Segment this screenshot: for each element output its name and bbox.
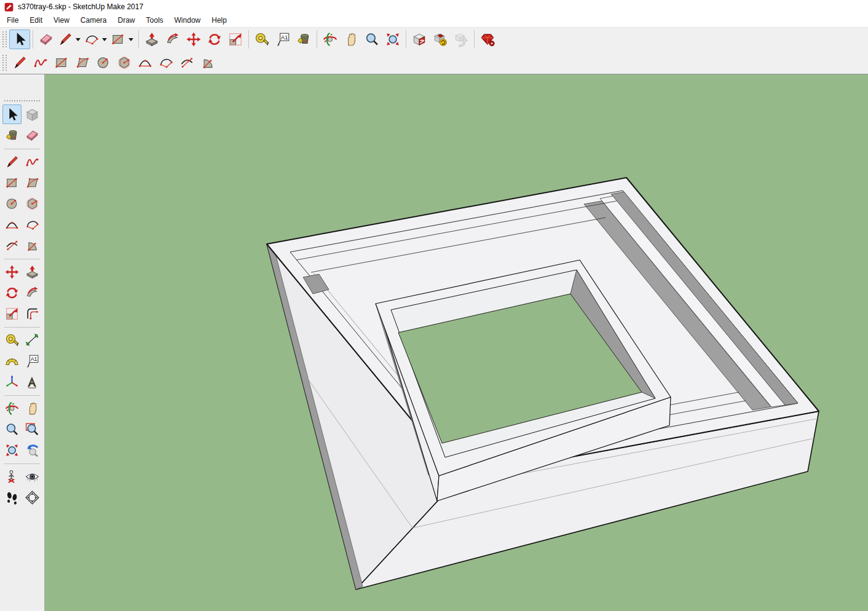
paint-bucket-button[interactable] <box>293 30 314 49</box>
line-button[interactable] <box>57 30 83 49</box>
extension-warehouse-button[interactable] <box>477 30 498 49</box>
zoom-window-button[interactable] <box>23 419 42 439</box>
line-button[interactable] <box>2 152 22 171</box>
palette-row <box>0 152 44 173</box>
menu-item-window[interactable]: Window <box>169 14 207 26</box>
zoom-extents-button[interactable] <box>382 30 403 49</box>
dimension-button[interactable] <box>23 330 42 350</box>
menu-item-file[interactable]: File <box>1 14 24 26</box>
rectangle-button[interactable] <box>109 30 136 49</box>
freehand-icon <box>25 154 40 170</box>
position-camera-button[interactable] <box>2 467 22 486</box>
2-point-arc-button[interactable] <box>156 53 176 73</box>
menu-item-edit[interactable]: Edit <box>24 14 48 26</box>
tray-model <box>45 74 868 611</box>
select-button[interactable] <box>2 104 22 124</box>
tape-measure-button[interactable] <box>2 330 22 350</box>
zoom-button[interactable] <box>361 30 382 49</box>
move-button[interactable] <box>183 30 204 49</box>
polygon-button[interactable] <box>114 53 135 73</box>
2-point-arc-button[interactable] <box>83 30 109 49</box>
protractor-button[interactable] <box>2 351 22 371</box>
arc-button[interactable] <box>2 215 22 234</box>
walk-button[interactable] <box>2 487 22 507</box>
pie-button[interactable] <box>23 235 42 255</box>
3-point-arc-button[interactable] <box>2 235 22 255</box>
rotated-rectangle-button[interactable] <box>72 53 93 73</box>
circle-button[interactable] <box>2 194 22 213</box>
toolbar-drag-handle[interactable] <box>2 55 7 71</box>
pan-button[interactable] <box>23 398 42 418</box>
line-button[interactable] <box>9 53 30 73</box>
scale-button[interactable] <box>2 304 22 323</box>
arc-button[interactable] <box>135 53 156 73</box>
menu-item-camera[interactable]: Camera <box>75 14 112 26</box>
pan-icon <box>25 401 40 416</box>
freehand-button[interactable] <box>30 53 51 73</box>
menu-item-help[interactable]: Help <box>206 14 232 26</box>
palette-drag-handle[interactable] <box>4 100 40 101</box>
palette-row <box>0 215 44 235</box>
scale-button[interactable] <box>225 30 246 49</box>
follow-me-button[interactable] <box>23 283 42 302</box>
eraser-icon <box>25 128 40 143</box>
get-models-button[interactable] <box>409 30 430 49</box>
tape-measure-icon <box>4 333 20 348</box>
previous-button[interactable] <box>23 440 42 460</box>
menu-item-view[interactable]: View <box>48 14 75 26</box>
compass-button[interactable] <box>23 487 42 507</box>
paint-bucket-button[interactable] <box>2 125 22 145</box>
orbit-button[interactable] <box>2 398 22 418</box>
freehand-button[interactable] <box>23 152 42 171</box>
rotated-rectangle-button[interactable] <box>23 173 42 192</box>
rectangle-button[interactable] <box>51 53 72 73</box>
rotate-button[interactable] <box>204 30 225 49</box>
text-button[interactable]: A1 <box>272 30 293 49</box>
axes-button[interactable] <box>2 372 22 392</box>
window-title: s370tray-6.skp - SketchUp Make 2017 <box>18 2 143 11</box>
palette-row <box>0 467 44 487</box>
text-button[interactable]: A1 <box>23 351 42 371</box>
rotate-button[interactable] <box>2 283 22 302</box>
share-model-button[interactable] <box>430 30 451 49</box>
pan-button[interactable] <box>341 30 361 49</box>
menu-item-draw[interactable]: Draw <box>112 14 141 26</box>
zoom-button[interactable] <box>2 419 22 439</box>
select-button[interactable] <box>9 30 30 49</box>
drawing-canvas[interactable] <box>44 74 868 611</box>
menu-item-tools[interactable]: Tools <box>141 14 169 26</box>
push-pull-button[interactable] <box>141 30 162 49</box>
eraser-button[interactable] <box>36 30 57 49</box>
move-button[interactable] <box>2 262 22 282</box>
toolbar-drag-handle[interactable] <box>2 31 7 47</box>
2-point-arc-button[interactable] <box>23 215 42 234</box>
follow-me-button[interactable] <box>162 30 183 49</box>
chevron-down-icon[interactable] <box>102 38 107 41</box>
polygon-button[interactable] <box>23 194 42 213</box>
chevron-down-icon[interactable] <box>76 38 81 41</box>
palette-separator <box>4 395 40 396</box>
polygon-icon <box>25 196 40 211</box>
eraser-button[interactable] <box>23 125 42 145</box>
palette-row <box>0 440 44 461</box>
offset-button[interactable] <box>23 304 42 323</box>
3d-text-button[interactable] <box>23 372 42 392</box>
3-point-arc-button[interactable] <box>176 53 197 73</box>
pie-button[interactable] <box>197 53 218 73</box>
orbit-button[interactable] <box>320 30 341 49</box>
toolbar-main: A1 <box>0 28 868 51</box>
tape-measure-button[interactable] <box>251 30 272 49</box>
pan-icon <box>343 31 359 47</box>
circle-button[interactable] <box>93 53 114 73</box>
zoom-extents-button[interactable] <box>2 440 22 460</box>
push-pull-button[interactable] <box>23 262 42 282</box>
rectangle-button[interactable] <box>2 173 22 192</box>
chevron-down-icon[interactable] <box>128 38 133 41</box>
walk-icon <box>4 490 20 505</box>
select-icon <box>12 31 28 47</box>
text-icon: A1 <box>275 31 291 47</box>
look-around-button[interactable] <box>23 467 42 486</box>
make-component-button[interactable] <box>23 104 42 124</box>
text-icon: A1 <box>25 353 40 369</box>
share-model-icon <box>432 31 448 47</box>
